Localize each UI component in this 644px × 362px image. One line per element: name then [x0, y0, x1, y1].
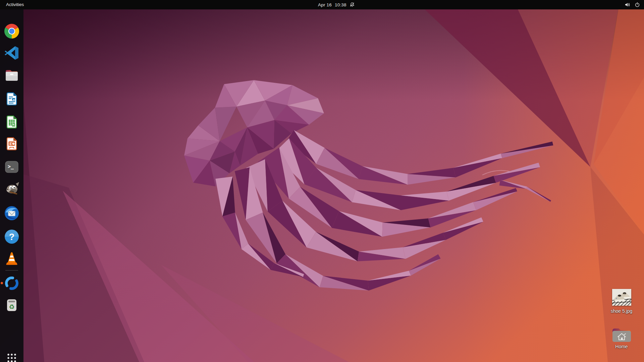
show-apps-grid-icon — [4, 350, 20, 362]
desktop-icon-shoe-file[interactable]: shoe 5.jpg — [605, 289, 638, 314]
desktop-icon-home-folder[interactable]: Home — [605, 327, 638, 349]
blue-ring-app-icon — [4, 275, 20, 291]
ubuntu-desktop: Activities Apr 16 10:38 — [0, 0, 644, 362]
recycle-glyph: ♻ — [9, 303, 14, 310]
help-glyph: ? — [9, 232, 15, 242]
shoe-image-thumbnail — [612, 289, 631, 306]
dock-item-help[interactable]: ? — [4, 229, 20, 245]
gimp-icon — [4, 180, 20, 196]
vlc-icon — [4, 250, 20, 266]
dock-item-running-app[interactable] — [4, 275, 20, 291]
activities-button[interactable]: Activities — [0, 0, 30, 9]
thunderbird-icon — [4, 205, 20, 221]
home-folder-icon — [612, 327, 631, 343]
top-bar: Activities Apr 16 10:38 — [0, 0, 644, 9]
dock-item-thunderbird[interactable] — [4, 205, 20, 221]
dock-item-trash[interactable]: ♻ — [4, 297, 20, 313]
power-icon — [635, 2, 640, 7]
dock-item-terminal[interactable]: >_ — [4, 159, 20, 175]
files-folder-icon — [4, 67, 20, 83]
dock-item-gimp[interactable] — [4, 180, 20, 196]
bell-slash-icon — [350, 2, 355, 7]
dock-item-lo-impress[interactable] — [4, 136, 20, 152]
desktop-icon-label: shoe 5.jpg — [605, 308, 638, 314]
dock-item-lo-writer[interactable] — [4, 91, 20, 107]
dock-item-chrome[interactable] — [4, 23, 20, 39]
help-icon: ? — [4, 229, 20, 245]
clock-date: Apr 16 — [318, 2, 332, 7]
system-status-area[interactable] — [625, 0, 640, 9]
dock-item-show-apps[interactable] — [4, 350, 20, 362]
running-indicator-dot — [1, 282, 3, 284]
volume-icon — [625, 2, 630, 7]
dock-item-lo-calc[interactable] — [4, 114, 20, 130]
dock-item-vlc[interactable] — [4, 250, 20, 266]
terminal-icon: >_ — [4, 159, 20, 175]
libreoffice-writer-icon — [4, 91, 20, 107]
dock-item-vscode[interactable] — [4, 45, 20, 61]
dock-separator — [5, 270, 18, 270]
clock-button[interactable]: Apr 16 10:38 — [318, 0, 355, 9]
chrome-icon — [4, 23, 20, 39]
vscode-icon — [4, 45, 20, 61]
desktop-wallpaper — [0, 0, 644, 362]
libreoffice-calc-icon — [4, 114, 20, 130]
clock-time: 10:38 — [335, 2, 346, 7]
dock-item-files[interactable] — [4, 67, 20, 83]
trash-icon: ♻ — [4, 297, 20, 313]
terminal-glyph: >_ — [8, 164, 14, 170]
dock: >_ — [0, 9, 23, 362]
libreoffice-impress-icon — [4, 136, 20, 152]
desktop-icon-label: Home — [605, 344, 638, 349]
